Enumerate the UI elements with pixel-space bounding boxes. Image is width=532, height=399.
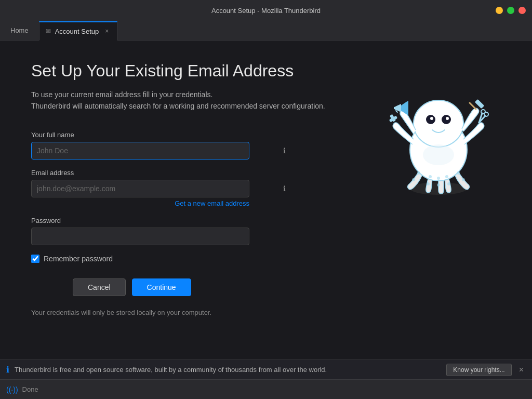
fullname-wrapper: ℹ	[31, 142, 291, 159]
svg-point-18	[429, 175, 432, 178]
password-wrapper	[31, 228, 291, 245]
svg-point-12	[481, 110, 485, 114]
get-new-email-link[interactable]: Get a new email address	[31, 200, 249, 207]
status-bar: ((·)) Done	[0, 379, 532, 399]
page-heading: Set Up Your Existing Email Address	[31, 61, 501, 81]
svg-point-16	[417, 171, 420, 175]
cancel-button[interactable]: Cancel	[73, 278, 126, 296]
password-label: Password	[31, 217, 291, 224]
notification-bar: ℹ Thunderbird is free and open source so…	[0, 360, 532, 379]
svg-point-19	[427, 182, 430, 185]
continue-button[interactable]: Continue	[132, 278, 191, 296]
window-title: Account Setup - Mozilla Thunderbird	[211, 7, 321, 15]
email-info-icon[interactable]: ℹ	[283, 184, 286, 193]
activity-icon: ((·))	[6, 385, 18, 394]
title-bar: Account Setup - Mozilla Thunderbird	[0, 0, 532, 21]
remember-password-row: Remember password	[31, 255, 291, 263]
email-field-group: Email address ℹ Get a new email address	[31, 169, 291, 207]
svg-line-14	[470, 103, 476, 109]
active-tab-label: Account Setup	[55, 28, 99, 35]
notification-text: Thunderbird is free and open source soft…	[15, 366, 441, 374]
email-wrapper: ℹ	[31, 180, 291, 197]
email-input[interactable]	[31, 180, 249, 197]
credentials-note: Your credentials will only be stored loc…	[31, 309, 501, 316]
home-tab-label: Home	[10, 26, 29, 34]
svg-point-17	[412, 178, 415, 181]
svg-point-25	[462, 178, 465, 181]
svg-point-23	[447, 182, 450, 185]
tab-close-button[interactable]: ×	[103, 26, 111, 36]
svg-point-15	[423, 144, 454, 165]
tab-bar: Home ✉ Account Setup ×	[0, 21, 532, 41]
main-content: Set Up Your Existing Email Address To us…	[0, 41, 532, 360]
tab-account-setup[interactable]: ✉ Account Setup ×	[39, 21, 118, 41]
minimize-button[interactable]	[496, 7, 503, 14]
password-field-group: Password	[31, 217, 291, 245]
know-rights-button[interactable]: Know your rights...	[446, 364, 511, 376]
notification-info-icon: ℹ	[6, 365, 9, 375]
close-window-button[interactable]	[518, 7, 526, 14]
tab-home[interactable]: Home	[0, 21, 39, 40]
remember-password-checkbox[interactable]	[31, 255, 39, 263]
window-controls	[496, 7, 526, 14]
password-input[interactable]	[31, 228, 249, 245]
fullname-input[interactable]	[31, 142, 249, 159]
setup-form: Your full name ℹ Email address ℹ Get a n…	[31, 131, 291, 263]
status-text: Done	[22, 385, 38, 393]
maximize-button[interactable]	[507, 7, 514, 14]
fullname-field-group: Your full name ℹ	[31, 131, 291, 159]
notification-close-button[interactable]: ×	[517, 365, 526, 375]
svg-point-8	[446, 117, 449, 120]
mascot-container	[387, 82, 490, 196]
svg-point-24	[457, 171, 460, 175]
svg-point-22	[445, 175, 448, 178]
button-row: Cancel Continue	[73, 278, 501, 296]
fullname-label: Your full name	[31, 131, 291, 139]
tab-email-icon: ✉	[46, 28, 51, 35]
svg-point-20	[437, 177, 440, 180]
fullname-info-icon[interactable]: ℹ	[283, 147, 286, 155]
remember-password-label[interactable]: Remember password	[44, 255, 113, 263]
svg-point-21	[437, 183, 440, 187]
svg-rect-13	[475, 99, 484, 109]
email-label: Email address	[31, 169, 291, 177]
octopus-mascot	[387, 82, 490, 196]
svg-point-7	[430, 117, 433, 120]
